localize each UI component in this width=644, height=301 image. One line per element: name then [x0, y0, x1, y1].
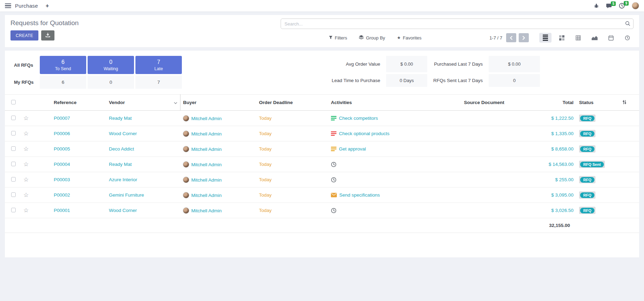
col-order-deadline[interactable]: Order Deadline [256, 95, 328, 111]
buyer-avatar [183, 161, 189, 168]
favorites-button[interactable]: ★ Favorites [397, 35, 421, 41]
calendar-view-icon[interactable] [605, 33, 617, 43]
col-buyer[interactable]: Buyer [180, 95, 256, 111]
app-name[interactable]: Purchase [15, 3, 38, 9]
purchase-dashboard: All RFQs 6 To Send 0 Waiting 7 Late My R… [5, 51, 639, 92]
status-badge: RFQ [579, 115, 595, 122]
export-button[interactable] [41, 30, 54, 41]
late-count: 7 [157, 59, 160, 65]
graph-view-icon[interactable] [589, 33, 601, 43]
group-by-button[interactable]: Group By [359, 35, 385, 41]
table-row[interactable]: ☆ P00004 Ready Mat Mitchell Admin Today … [5, 157, 639, 172]
favorite-star-icon[interactable]: ☆ [23, 176, 29, 183]
table-row[interactable]: ☆ P00005 Deco Addict Mitchell Admin Toda… [5, 141, 639, 157]
search-icon[interactable] [625, 21, 630, 28]
source-document-cell [443, 203, 525, 218]
table-row[interactable]: ☆ P00003 Azure Interior Mitchell Admin T… [5, 172, 639, 188]
reference-link[interactable]: P00002 [38, 188, 106, 203]
list-view-icon[interactable] [539, 33, 552, 43]
main-panel: All RFQs 6 To Send 0 Waiting 7 Late My R… [5, 51, 639, 257]
row-checkbox[interactable] [11, 208, 16, 212]
reference-link[interactable]: P00005 [38, 141, 106, 157]
tile-waiting[interactable]: 0 Waiting [88, 56, 134, 74]
vendor-cell: Azure Interior [106, 172, 180, 188]
favorite-star-icon[interactable]: ☆ [23, 146, 29, 152]
row-checkbox[interactable] [11, 146, 16, 151]
reference-link[interactable]: P00004 [38, 157, 106, 172]
col-vendor[interactable]: Vendor [106, 95, 180, 111]
col-total[interactable]: Total [525, 95, 576, 111]
activity-view-clock-icon[interactable] [621, 33, 634, 43]
row-checkbox[interactable] [11, 131, 16, 135]
create-button[interactable]: CREATE [10, 30, 38, 41]
favorite-star-icon[interactable]: ☆ [23, 115, 29, 122]
row-checkbox[interactable] [11, 192, 16, 197]
source-document-cell [443, 126, 525, 141]
col-source-document[interactable]: Source Document [443, 95, 525, 111]
total-cell: $ 3,026.50 [525, 203, 576, 218]
debug-bug-icon[interactable] [594, 3, 599, 8]
messages-badge: 5 [611, 1, 616, 6]
reference-link[interactable]: P00007 [38, 111, 106, 126]
messages-icon[interactable]: 5 [606, 3, 612, 9]
row-checkbox[interactable] [11, 116, 16, 120]
col-reference[interactable]: Reference [38, 95, 106, 111]
select-all-checkbox[interactable] [11, 100, 16, 104]
favorite-star-icon[interactable]: ☆ [23, 130, 29, 137]
activities-clock-icon[interactable]: 9 [619, 3, 625, 9]
vendor-cell: Deco Addict [106, 141, 180, 157]
tile-late[interactable]: 7 Late [135, 56, 182, 74]
footer-total: 32,155.00 [5, 218, 576, 233]
filters-button[interactable]: Filters [329, 35, 347, 41]
table-row[interactable]: ☆ P00002 Gemini Furniture Mitchell Admin… [5, 188, 639, 203]
deadline-cell: Today [256, 203, 328, 218]
activity-cell[interactable]: Check optional products [331, 131, 441, 136]
favorite-star-icon[interactable]: ☆ [23, 192, 29, 198]
my-late-tile[interactable]: 7 [135, 75, 182, 89]
page-title: Requests for Quotation [10, 19, 275, 27]
activity-cell[interactable] [331, 177, 441, 183]
pager-previous-button[interactable] [506, 33, 516, 42]
buyer-cell: Mitchell Admin [191, 177, 222, 183]
table-row[interactable]: ☆ P00001 Wood Corner Mitchell Admin Toda… [5, 203, 639, 218]
activity-envelope-icon [331, 193, 337, 197]
activity-cell[interactable] [331, 162, 441, 167]
row-checkbox[interactable] [11, 177, 16, 182]
to-send-count: 6 [61, 59, 65, 65]
table-row[interactable]: ☆ P00006 Wood Corner Mitchell Admin Toda… [5, 126, 639, 141]
favorite-star-icon[interactable]: ☆ [23, 207, 29, 214]
activity-cell[interactable] [331, 208, 441, 213]
source-document-cell [443, 141, 525, 157]
my-to-send-tile[interactable]: 6 [40, 75, 86, 89]
row-checkbox[interactable] [11, 162, 16, 166]
reference-link[interactable]: P00006 [38, 126, 106, 141]
reference-link[interactable]: P00001 [38, 203, 106, 218]
kpi-lead-time-label: Lead Time to Purchase [332, 74, 380, 87]
hamburger-menu-icon[interactable] [5, 3, 11, 8]
activity-clock-icon [331, 208, 336, 213]
activity-cell[interactable]: Get approval [331, 146, 441, 152]
user-avatar[interactable] [632, 2, 639, 9]
kpi-lead-time: 0 Days [386, 74, 427, 87]
activity-cell[interactable]: Send specifications [331, 192, 441, 198]
pager-next-button[interactable] [519, 33, 529, 42]
activity-list-icon [331, 131, 336, 136]
reference-link[interactable]: P00003 [38, 172, 106, 188]
favorite-star-icon[interactable]: ☆ [23, 161, 29, 168]
activity-label: Check competitors [339, 116, 378, 121]
search-input[interactable] [281, 19, 634, 29]
col-status[interactable]: Status [576, 95, 619, 111]
deadline-cell: Today [256, 172, 328, 188]
tile-to-send[interactable]: 6 To Send [40, 56, 86, 74]
pivot-view-icon[interactable] [572, 33, 584, 43]
col-activities[interactable]: Activities [328, 95, 443, 111]
activity-cell[interactable]: Check competitors [331, 116, 441, 121]
my-waiting-tile[interactable]: 0 [88, 75, 134, 89]
optional-columns-sliders-icon[interactable] [622, 101, 627, 106]
new-tab-button[interactable]: + [46, 3, 49, 9]
table-row[interactable]: ☆ P00007 Ready Mat Mitchell Admin Today … [5, 111, 639, 126]
vendor-cell: Wood Corner [106, 203, 180, 218]
status-badge: RFQ [579, 176, 595, 183]
buyer-avatar [183, 146, 189, 152]
kanban-view-icon[interactable] [556, 33, 568, 43]
